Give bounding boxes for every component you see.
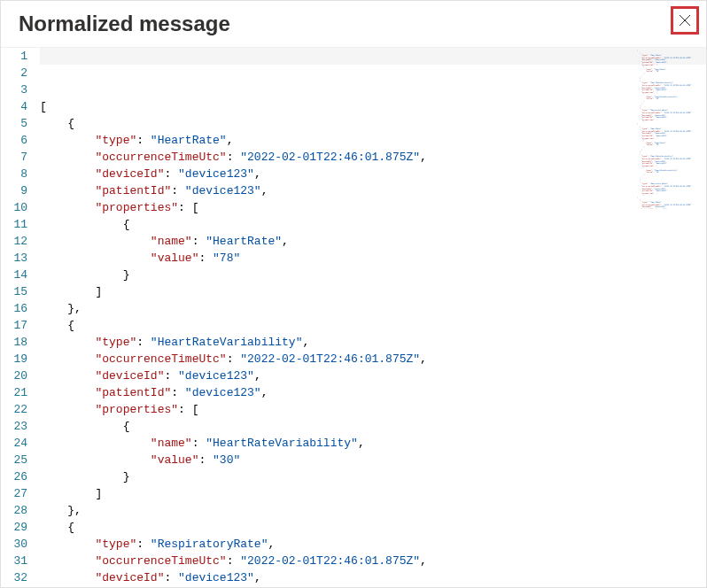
line-number: 30 [1, 536, 27, 553]
code-line: "type": "HeartRateVariability", [40, 334, 706, 351]
code-line: "patientId": "device123", [40, 182, 706, 199]
line-number: 20 [1, 368, 27, 384]
code-content[interactable]: [ { "type": "HeartRate", "occurrenceTime… [40, 48, 706, 582]
code-line: { [40, 115, 706, 132]
code-line: { [40, 519, 706, 536]
code-line: { [40, 317, 706, 334]
code-line: ] [40, 485, 706, 502]
line-number: 27 [1, 485, 27, 502]
code-line: "value": "30" [40, 452, 706, 468]
close-icon [679, 14, 691, 27]
line-number: 1 [1, 48, 27, 65]
code-line: { [40, 216, 706, 233]
line-number: 15 [1, 283, 27, 300]
line-number: 11 [1, 216, 27, 233]
line-number: 21 [1, 384, 27, 401]
code-line: "deviceId": "device123", [40, 368, 706, 384]
code-line: ] [40, 283, 706, 300]
close-button[interactable] [671, 6, 699, 35]
line-number: 6 [1, 132, 27, 149]
code-line: } [40, 267, 706, 283]
dialog-title: Normalized message [19, 12, 230, 36]
line-number: 12 [1, 233, 27, 250]
line-number: 31 [1, 553, 27, 569]
code-line: "deviceId": "device123", [40, 166, 706, 182]
code-line: } [40, 468, 706, 485]
code-line: "name": "HeartRate", [40, 233, 706, 250]
current-line-highlight [40, 48, 706, 65]
line-number: 26 [1, 468, 27, 485]
line-number: 24 [1, 435, 27, 452]
line-number: 18 [1, 334, 27, 351]
code-line: "properties": [ [40, 199, 706, 216]
line-number: 10 [1, 199, 27, 216]
line-number: 8 [1, 166, 27, 182]
line-number: 29 [1, 519, 27, 536]
line-number: 16 [1, 300, 27, 317]
line-number: 14 [1, 267, 27, 283]
code-line: { [40, 418, 706, 435]
code-line: "type": "RespiratoryRate", [40, 536, 706, 553]
code-line: "value": "78" [40, 250, 706, 267]
code-line: }, [40, 502, 706, 519]
code-line: "occurrenceTimeUtc": "2022-02-01T22:46:0… [40, 553, 706, 569]
code-line: "name": "HeartRateVariability", [40, 435, 706, 452]
line-number: 32 [1, 569, 27, 586]
dialog-header: Normalized message [1, 1, 706, 47]
line-number: 17 [1, 317, 27, 334]
line-number: 9 [1, 182, 27, 199]
code-line: "properties": [ [40, 401, 706, 418]
line-number: 22 [1, 401, 27, 418]
code-line: [ [40, 98, 706, 115]
code-line: "type": "HeartRate", [40, 132, 706, 149]
line-number: 28 [1, 502, 27, 519]
line-number: 7 [1, 149, 27, 166]
line-number-gutter: 1234567891011121314151617181920212223242… [1, 48, 40, 582]
line-number: 5 [1, 115, 27, 132]
code-line: "occurrenceTimeUtc": "2022-02-01T22:46:0… [40, 351, 706, 368]
code-line: "deviceId": "device123", [40, 569, 706, 586]
code-line: "occurrenceTimeUtc": "2022-02-01T22:46:0… [40, 149, 706, 166]
code-line: "patientId": "device123", [40, 384, 706, 401]
line-number: 2 [1, 65, 27, 81]
code-line: }, [40, 300, 706, 317]
line-number: 4 [1, 98, 27, 115]
line-number: 23 [1, 418, 27, 435]
code-editor[interactable]: 1234567891011121314151617181920212223242… [1, 47, 706, 582]
line-number: 25 [1, 452, 27, 468]
line-number: 19 [1, 351, 27, 368]
line-number: 3 [1, 81, 27, 98]
line-number: 13 [1, 250, 27, 267]
